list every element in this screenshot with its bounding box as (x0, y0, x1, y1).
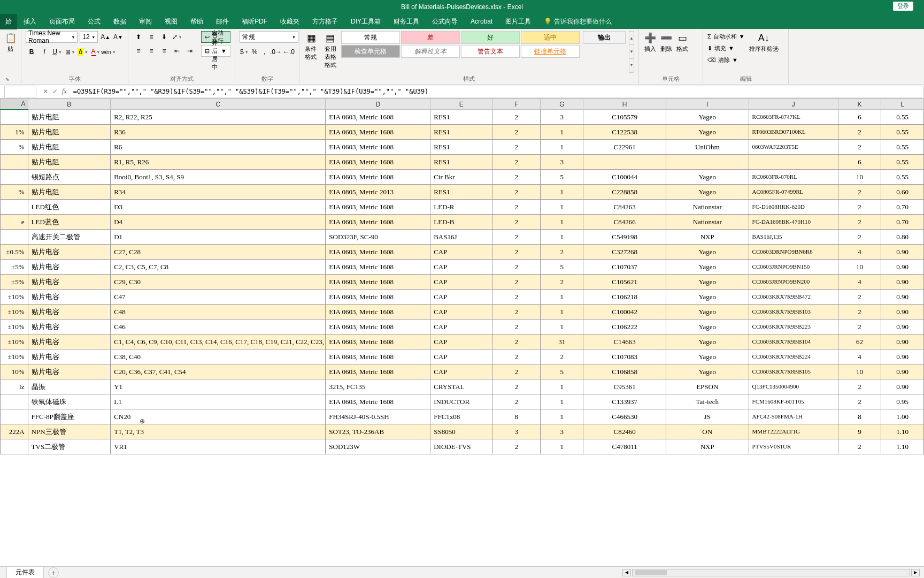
cell[interactable]: 贴片电容 (28, 290, 111, 305)
cell[interactable]: 2 (492, 349, 541, 364)
table-row[interactable]: ±10%贴片电容C47EIA 0603, Metric 1608CAP21C10… (1, 290, 924, 305)
cell[interactable]: EPSON (666, 379, 749, 394)
cell[interactable]: 2 (838, 125, 881, 140)
cell[interactable]: 1 (541, 305, 583, 320)
comma-button[interactable]: , (260, 46, 269, 58)
cell[interactable]: EIA 0603, Metric 1608 (326, 394, 430, 409)
cell[interactable]: C48 (111, 305, 326, 320)
enter-formula-button[interactable]: ✓ (52, 88, 58, 95)
cell[interactable]: % (1, 140, 28, 155)
cell[interactable]: 1 (541, 185, 583, 200)
sheet-area[interactable]: A B C D E F G H I J K L 贴片电阻R2, R22, R25… (0, 98, 924, 566)
cell[interactable]: C122538 (583, 125, 666, 140)
cell[interactable]: 2 (838, 290, 881, 305)
cell[interactable]: 0.80 (881, 230, 924, 245)
cell[interactable]: Cir Bkr (430, 170, 492, 185)
cell[interactable]: 3 (492, 424, 541, 439)
cell[interactable]: CC0603KRX7R9BB103 (749, 305, 838, 320)
cell[interactable]: 贴片电阻 (28, 125, 111, 140)
tab-help[interactable]: 帮助 (184, 14, 210, 29)
cell[interactable]: 0.90 (881, 245, 924, 260)
cell[interactable]: 9 (838, 424, 881, 439)
cell[interactable]: CAP (430, 260, 492, 275)
align-bottom-button[interactable]: ⬇ (158, 31, 170, 43)
cell[interactable]: 2 (492, 215, 541, 230)
launcher-icon[interactable]: ⬊ (5, 77, 10, 82)
cell[interactable]: 10 (838, 260, 881, 275)
cell[interactable]: C106858 (583, 364, 666, 379)
cell[interactable]: 贴片电容 (28, 275, 111, 290)
align-center-button[interactable]: ≡ (145, 45, 157, 57)
cell[interactable]: EIA 0603, Metric 1608 (326, 125, 430, 140)
style-neutral[interactable]: 适中 (521, 31, 580, 44)
cell[interactable]: CAP (430, 305, 492, 320)
table-row[interactable]: ±5%贴片电容C29, C30EIA 0603, Metric 1608CAP2… (1, 275, 924, 290)
cell[interactable]: C105579 (583, 110, 666, 125)
indent-inc-button[interactable]: ⇥ (184, 45, 196, 57)
cell[interactable]: 贴片电阻 (28, 185, 111, 200)
cell[interactable]: 2 (838, 439, 881, 454)
cell[interactable]: 2 (492, 200, 541, 215)
cell[interactable]: 2 (492, 305, 541, 320)
sort-filter-button[interactable]: A↓排序和筛选 (748, 31, 780, 65)
font-name-select[interactable]: Times New Roman▼ (26, 31, 78, 43)
accounting-button[interactable]: $▼ (240, 46, 249, 58)
cell[interactable]: RES1 (430, 185, 492, 200)
cell[interactable]: 1 (541, 140, 583, 155)
table-row[interactable]: 贴片电阻R1, R5, R26EIA 0603, Metric 1608RES1… (1, 155, 924, 170)
cell[interactable]: EIA 0603, Metric 1608 (326, 260, 430, 275)
cell[interactable] (1, 230, 28, 245)
cell[interactable]: 2 (838, 379, 881, 394)
cell[interactable]: EIA 0603, Metric 1608 (326, 170, 430, 185)
cell[interactable]: C27, C28 (111, 245, 326, 260)
cell[interactable]: 3 (541, 110, 583, 125)
cell[interactable]: BAS16J,135 (749, 230, 838, 245)
cell[interactable]: 0.90 (881, 364, 924, 379)
cell[interactable]: Nationstar (666, 215, 749, 230)
col-header-L[interactable]: L (881, 99, 924, 110)
cell[interactable]: 0.90 (881, 275, 924, 290)
autosum-button[interactable]: Σ自动求和▼ (707, 31, 745, 42)
cell[interactable]: 锡短路点 (28, 170, 111, 185)
tab-data[interactable]: 数据 (107, 14, 133, 29)
cell[interactable]: 1 (541, 394, 583, 409)
table-row[interactable]: 1%贴片电阻R36EIA 0603, Metric 1608RES121C122… (1, 125, 924, 140)
cell[interactable]: 0.55 (881, 125, 924, 140)
cell[interactable]: Yageo (666, 275, 749, 290)
scroll-thumb[interactable] (635, 570, 667, 575)
cell[interactable]: C100042 (583, 305, 666, 320)
cell[interactable]: CN20 (111, 409, 326, 424)
cell[interactable]: NXP (666, 439, 749, 454)
cell[interactable]: ±10% (1, 320, 28, 334)
cell[interactable]: 6 (838, 110, 881, 125)
style-linked[interactable]: 链接单元格 (521, 45, 580, 58)
cell[interactable]: RES1 (430, 125, 492, 140)
cell[interactable]: 2 (492, 125, 541, 140)
col-header-D[interactable]: D (326, 99, 430, 110)
shrink-font-button[interactable]: A▼ (113, 31, 124, 43)
cell[interactable]: 2 (492, 140, 541, 155)
cell[interactable]: C133937 (583, 394, 666, 409)
tab-formula-guide[interactable]: 公式向导 (426, 14, 464, 29)
cell[interactable]: C106222 (583, 320, 666, 334)
table-row[interactable]: eLED蓝色D4EIA 0603, Metric 1608LED-B21C842… (1, 215, 924, 230)
table-row[interactable]: TVS二极管VR1SOD123WDIODE-TVS21C478011NXPPTV… (1, 439, 924, 454)
tab-foxit-pdf[interactable]: 福昕PDF (235, 14, 274, 29)
cell[interactable]: ±10% (1, 290, 28, 305)
cell[interactable]: C466530 (583, 409, 666, 424)
cell[interactable]: DIODE-TVS (430, 439, 492, 454)
table-row[interactable]: 锡短路点Boot0, Boot1, S3, S4, S9EIA 0603, Me… (1, 170, 924, 185)
cell[interactable]: 2 (541, 349, 583, 364)
tab-diy[interactable]: DIY工具箱 (344, 14, 387, 29)
cell[interactable]: CAP (430, 334, 492, 349)
cell[interactable]: 2 (492, 170, 541, 185)
cell[interactable]: 0.55 (881, 170, 924, 185)
style-normal[interactable]: 常规 (341, 31, 400, 44)
cell[interactable]: LED-B (430, 215, 492, 230)
align-right-button[interactable]: ≡ (158, 45, 170, 57)
cell[interactable]: 贴片电容 (28, 349, 111, 364)
cell[interactable]: CAP (430, 364, 492, 379)
cell[interactable]: 5 (541, 364, 583, 379)
cell[interactable]: LED红色 (28, 200, 111, 215)
cell[interactable]: INDUCTOR (430, 394, 492, 409)
